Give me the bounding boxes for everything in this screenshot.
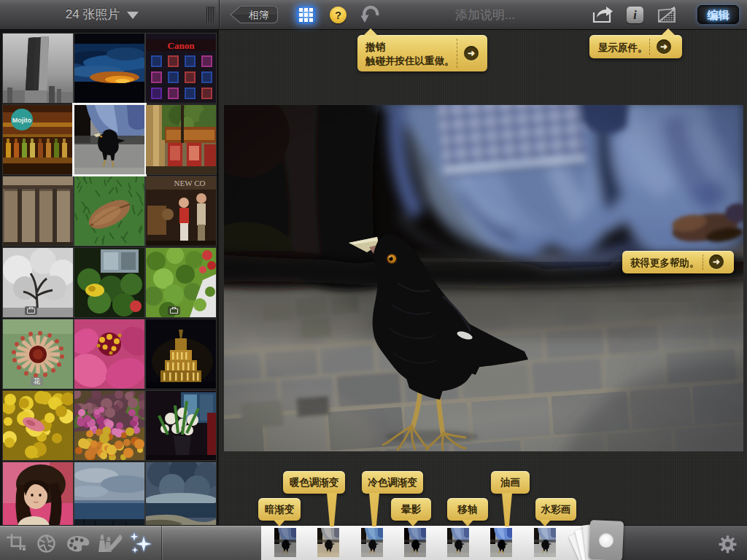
svg-text:Canon: Canon	[168, 40, 196, 51]
svg-text:Mojito: Mojito	[12, 117, 32, 124]
svg-text:NEW CO: NEW CO	[174, 179, 206, 187]
